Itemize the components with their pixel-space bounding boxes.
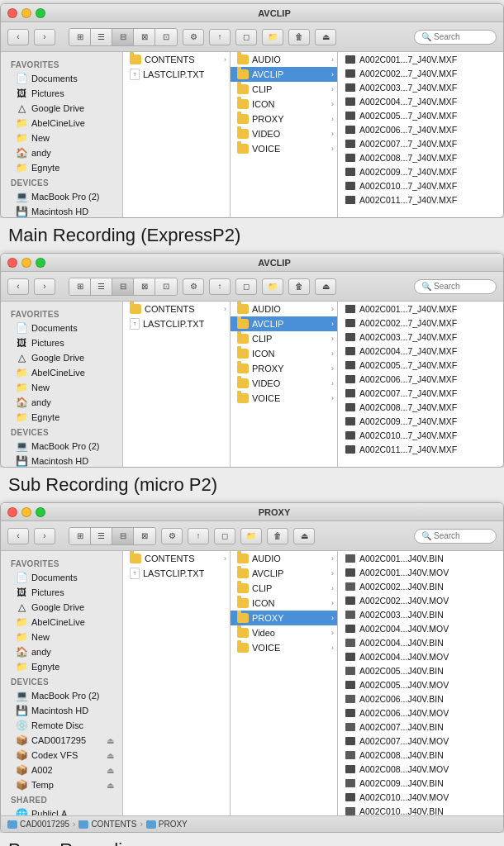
sidebar-item-andy[interactable]: 🏠 andy xyxy=(2,145,121,160)
icon-view-button[interactable]: ⊞ xyxy=(69,528,91,544)
file-item[interactable]: A002C002...J40V.MOV xyxy=(338,593,503,607)
coverflow-view-button[interactable]: ⊠ xyxy=(134,528,155,544)
video-item[interactable]: VIDEO › xyxy=(231,376,337,391)
action-button[interactable]: ⚙ xyxy=(161,528,183,544)
clip-item[interactable]: CLIP › xyxy=(231,331,337,346)
search-input-sub[interactable] xyxy=(434,282,489,291)
file-item[interactable]: A002C007...7_J40V.MXF xyxy=(338,386,503,400)
minimize-button[interactable] xyxy=(21,258,31,268)
sidebar-item-new[interactable]: 📁 New xyxy=(2,630,121,644)
column-view-button[interactable]: ⊟ xyxy=(112,278,134,295)
file-item[interactable]: A002C010...J40V.BIN xyxy=(338,804,503,815)
eject-button[interactable]: ⏏ xyxy=(315,29,336,45)
eject-icon[interactable]: ⏏ xyxy=(107,766,114,775)
file-item[interactable]: A002C005...J40V.BIN xyxy=(338,663,503,677)
sidebar-item-pictures[interactable]: 🖼 Pictures xyxy=(2,335,121,350)
copy-button[interactable]: ◻ xyxy=(235,29,257,45)
file-item[interactable]: A002C006...J40V.BIN xyxy=(338,692,503,706)
clip-item[interactable]: CLIP › xyxy=(231,82,337,97)
minimize-button[interactable] xyxy=(21,507,31,517)
upload-button[interactable]: ↑ xyxy=(188,528,209,544)
file-item[interactable]: A002C001...7_J40V.MXF xyxy=(338,302,503,316)
delete-button[interactable]: 🗑 xyxy=(288,29,310,45)
file-item[interactable]: A002C006...7_J40V.MXF xyxy=(338,122,503,136)
close-button[interactable] xyxy=(7,507,17,517)
file-item[interactable]: A002C009...7_J40V.MXF xyxy=(338,414,503,428)
sidebar-item-remotedisc[interactable]: 💿 Remote Disc xyxy=(2,718,121,733)
sidebar-item-documents[interactable]: 📄 Documents xyxy=(2,71,121,86)
icon-view-button[interactable]: ⊞ xyxy=(69,29,91,45)
action-button[interactable]: ⚙ xyxy=(183,278,204,295)
audio-item[interactable]: AUDIO › xyxy=(231,302,337,316)
delete-button[interactable]: 🗑 xyxy=(288,278,310,295)
sidebar-item-abelcinelive[interactable]: 📁 AbelCineLive xyxy=(2,615,121,630)
avclip-item[interactable]: AVCLIP › xyxy=(231,316,337,331)
sidebar-item-googledrive[interactable]: △ Google Drive xyxy=(2,600,121,615)
upload-button[interactable]: ↑ xyxy=(209,278,231,295)
list-view-button[interactable]: ☰ xyxy=(91,528,112,544)
path-item-contents[interactable]: CONTENTS xyxy=(78,820,136,829)
file-item[interactable]: A002C003...J40V.BIN xyxy=(338,607,503,621)
file-item[interactable]: A002C010...7_J40V.MXF xyxy=(338,178,503,192)
sidebar-item-googledrive[interactable]: △ Google Drive xyxy=(2,101,121,116)
file-item[interactable]: A002C008...7_J40V.MXF xyxy=(338,150,503,164)
sidebar-item-googledrive[interactable]: △ Google Drive xyxy=(2,350,121,365)
file-item[interactable]: A002C011...7_J40V.MXF xyxy=(338,192,503,207)
file-item[interactable]: A002C007...7_J40V.MXF xyxy=(338,136,503,150)
sidebar-item-abelcinelive[interactable]: 📁 AbelCineLive xyxy=(2,365,121,380)
file-item[interactable]: A002C005...7_J40V.MXF xyxy=(338,358,503,372)
sidebar-item-documents[interactable]: 📄 Documents xyxy=(2,321,121,335)
sidebar-item-egnyte[interactable]: 📁 Egnyte xyxy=(2,659,121,674)
sidebar-item-temp[interactable]: 📦 Temp ⏏ xyxy=(2,777,121,792)
folder-button[interactable]: 📁 xyxy=(240,528,262,544)
forward-button[interactable]: › xyxy=(34,278,55,295)
avclip-item[interactable]: AVCLIP › xyxy=(231,566,337,581)
eject-icon[interactable]: ⏏ xyxy=(107,736,114,745)
sidebar-item-egnyte[interactable]: 📁 Egnyte xyxy=(2,160,121,175)
proxy-item[interactable]: PROXY › xyxy=(231,361,337,376)
upload-button[interactable]: ↑ xyxy=(209,29,231,45)
list-view-button[interactable]: ☰ xyxy=(91,29,112,45)
file-item[interactable]: A002C004...7_J40V.MXF xyxy=(338,94,503,108)
eject-button[interactable]: ⏏ xyxy=(315,278,336,295)
coverflow-view-button[interactable]: ⊠ xyxy=(134,278,155,295)
share-button[interactable]: ⊡ xyxy=(155,29,177,45)
contents-item[interactable]: CONTENTS › xyxy=(123,302,230,316)
video-item[interactable]: Video › xyxy=(231,625,337,640)
file-item[interactable]: A002C008...7_J40V.MXF xyxy=(338,400,503,414)
contents-item[interactable]: CONTENTS › xyxy=(123,52,230,67)
voice-item[interactable]: VOICE › xyxy=(231,391,337,406)
video-item[interactable]: VIDEO › xyxy=(231,126,337,141)
lastclip-item[interactable]: T LASTCLIP.TXT xyxy=(123,67,230,82)
file-item[interactable]: A002C004...J40V.MOV xyxy=(338,649,503,663)
file-item[interactable]: A002C005...J40V.MOV xyxy=(338,677,503,692)
icon-item[interactable]: ICON › xyxy=(231,596,337,611)
forward-button[interactable]: › xyxy=(34,29,55,45)
sidebar-item-abelcinelive[interactable]: 📁 AbelCineLive xyxy=(2,116,121,131)
sidebar-item-andy[interactable]: 🏠 andy xyxy=(2,395,121,410)
file-item[interactable]: A002C001...7_J40V.MXF xyxy=(338,52,503,66)
folder-button[interactable]: 📁 xyxy=(262,29,283,45)
search-input-proxy[interactable] xyxy=(434,531,489,540)
file-item[interactable]: A002C004...J40V.MOV xyxy=(338,621,503,635)
copy-button[interactable]: ◻ xyxy=(235,278,257,295)
sidebar-item-cad0017295[interactable]: 📦 CAD0017295 ⏏ xyxy=(2,733,121,748)
sidebar-item-pictures[interactable]: 🖼 Pictures xyxy=(2,585,121,600)
icon-view-button[interactable]: ⊞ xyxy=(69,278,91,295)
folder-button[interactable]: 📁 xyxy=(262,278,283,295)
back-button[interactable]: ‹ xyxy=(7,528,29,544)
file-item[interactable]: A002C007...J40V.MOV xyxy=(338,734,503,748)
sidebar-item-macbookpro[interactable]: 💻 MacBook Pro (2) xyxy=(2,688,121,703)
audio-item[interactable]: AUDIO › xyxy=(231,52,337,67)
search-box-proxy[interactable]: 🔍 xyxy=(414,529,497,544)
sidebar-item-a002[interactable]: 📦 A002 ⏏ xyxy=(2,763,121,777)
zoom-button[interactable] xyxy=(36,507,45,517)
share-button[interactable]: ⊡ xyxy=(155,278,177,295)
coverflow-view-button[interactable]: ⊠ xyxy=(134,29,155,45)
sidebar-item-macintoshhd[interactable]: 💾 Macintosh HD xyxy=(2,204,121,217)
copy-button[interactable]: ◻ xyxy=(214,528,235,544)
file-item[interactable]: A002C008...J40V.BIN xyxy=(338,748,503,762)
sidebar-item-codexvfs[interactable]: 📦 Codex VFS ⏏ xyxy=(2,748,121,763)
file-item[interactable]: A002C010...7_J40V.MXF xyxy=(338,428,503,442)
close-button[interactable] xyxy=(7,8,17,18)
